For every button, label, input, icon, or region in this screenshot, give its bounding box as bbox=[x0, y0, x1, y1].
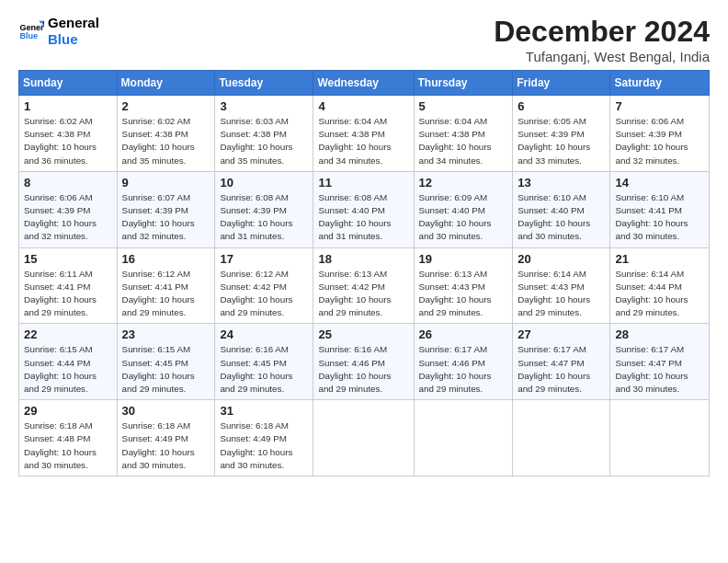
day-number: 2 bbox=[122, 99, 210, 113]
week-row-2: 8Sunrise: 6:06 AM Sunset: 4:39 PM Daylig… bbox=[19, 171, 710, 247]
day-number: 12 bbox=[419, 176, 508, 190]
day-number: 14 bbox=[615, 176, 704, 190]
day-number: 16 bbox=[122, 252, 210, 266]
week-row-5: 29Sunrise: 6:18 AM Sunset: 4:48 PM Dayli… bbox=[19, 400, 710, 477]
day-info: Sunrise: 6:02 AM Sunset: 4:38 PM Dayligh… bbox=[24, 115, 112, 167]
day-number: 27 bbox=[518, 327, 605, 341]
day-cell: 2Sunrise: 6:02 AM Sunset: 4:38 PM Daylig… bbox=[117, 96, 215, 172]
day-info: Sunrise: 6:02 AM Sunset: 4:38 PM Dayligh… bbox=[122, 115, 210, 167]
day-cell: 15Sunrise: 6:11 AM Sunset: 4:41 PM Dayli… bbox=[19, 247, 118, 324]
day-number: 5 bbox=[419, 99, 508, 113]
day-number: 19 bbox=[419, 252, 508, 266]
day-cell: 12Sunrise: 6:09 AM Sunset: 4:40 PM Dayli… bbox=[414, 171, 513, 247]
day-info: Sunrise: 6:14 AM Sunset: 4:44 PM Dayligh… bbox=[615, 268, 704, 320]
day-number: 28 bbox=[615, 327, 704, 341]
day-cell: 31Sunrise: 6:18 AM Sunset: 4:49 PM Dayli… bbox=[215, 400, 313, 477]
header-saturday: Saturday bbox=[610, 71, 710, 96]
week-row-3: 15Sunrise: 6:11 AM Sunset: 4:41 PM Dayli… bbox=[19, 247, 710, 324]
day-info: Sunrise: 6:14 AM Sunset: 4:43 PM Dayligh… bbox=[518, 268, 605, 320]
day-cell: 23Sunrise: 6:15 AM Sunset: 4:45 PM Dayli… bbox=[117, 324, 215, 400]
header-thursday: Thursday bbox=[414, 71, 513, 96]
day-cell: 6Sunrise: 6:05 AM Sunset: 4:39 PM Daylig… bbox=[513, 96, 610, 172]
logo-text-line1: General bbox=[48, 15, 99, 31]
day-info: Sunrise: 6:03 AM Sunset: 4:38 PM Dayligh… bbox=[220, 115, 308, 167]
day-cell: 3Sunrise: 6:03 AM Sunset: 4:38 PM Daylig… bbox=[215, 96, 313, 172]
day-cell: 17Sunrise: 6:12 AM Sunset: 4:42 PM Dayli… bbox=[215, 247, 313, 324]
day-number: 10 bbox=[220, 176, 308, 190]
day-cell: 18Sunrise: 6:13 AM Sunset: 4:42 PM Dayli… bbox=[313, 247, 414, 324]
day-info: Sunrise: 6:18 AM Sunset: 4:48 PM Dayligh… bbox=[24, 419, 112, 472]
day-number: 31 bbox=[220, 404, 308, 418]
day-number: 22 bbox=[24, 327, 112, 341]
day-cell bbox=[610, 400, 710, 477]
day-info: Sunrise: 6:06 AM Sunset: 4:39 PM Dayligh… bbox=[615, 115, 704, 167]
day-number: 26 bbox=[419, 327, 508, 341]
day-info: Sunrise: 6:04 AM Sunset: 4:38 PM Dayligh… bbox=[318, 115, 408, 167]
day-cell: 28Sunrise: 6:17 AM Sunset: 4:47 PM Dayli… bbox=[610, 324, 710, 400]
day-info: Sunrise: 6:11 AM Sunset: 4:41 PM Dayligh… bbox=[24, 268, 112, 320]
day-number: 3 bbox=[220, 99, 308, 113]
day-number: 24 bbox=[220, 327, 308, 341]
day-number: 9 bbox=[122, 176, 210, 190]
day-cell: 22Sunrise: 6:15 AM Sunset: 4:44 PM Dayli… bbox=[19, 324, 118, 400]
header-monday: Monday bbox=[117, 71, 215, 96]
day-number: 17 bbox=[220, 252, 308, 266]
day-info: Sunrise: 6:16 AM Sunset: 4:46 PM Dayligh… bbox=[318, 343, 408, 396]
day-cell: 26Sunrise: 6:17 AM Sunset: 4:46 PM Dayli… bbox=[414, 324, 513, 400]
day-info: Sunrise: 6:15 AM Sunset: 4:45 PM Dayligh… bbox=[122, 343, 210, 396]
week-row-4: 22Sunrise: 6:15 AM Sunset: 4:44 PM Dayli… bbox=[19, 324, 710, 400]
day-info: Sunrise: 6:05 AM Sunset: 4:39 PM Dayligh… bbox=[518, 115, 605, 167]
day-cell: 1Sunrise: 6:02 AM Sunset: 4:38 PM Daylig… bbox=[19, 96, 118, 172]
day-cell: 25Sunrise: 6:16 AM Sunset: 4:46 PM Dayli… bbox=[313, 324, 414, 400]
day-cell: 30Sunrise: 6:18 AM Sunset: 4:49 PM Dayli… bbox=[117, 400, 215, 477]
header-sunday: Sunday bbox=[19, 71, 118, 96]
day-cell: 27Sunrise: 6:17 AM Sunset: 4:47 PM Dayli… bbox=[513, 324, 610, 400]
day-info: Sunrise: 6:06 AM Sunset: 4:39 PM Dayligh… bbox=[24, 191, 112, 244]
day-number: 15 bbox=[24, 252, 112, 266]
day-cell bbox=[313, 400, 414, 477]
day-cell: 24Sunrise: 6:16 AM Sunset: 4:45 PM Dayli… bbox=[215, 324, 313, 400]
title-block: December 2024 Tufanganj, West Bengal, In… bbox=[494, 15, 710, 64]
week-row-1: 1Sunrise: 6:02 AM Sunset: 4:38 PM Daylig… bbox=[19, 96, 710, 172]
day-number: 13 bbox=[518, 176, 605, 190]
day-info: Sunrise: 6:17 AM Sunset: 4:46 PM Dayligh… bbox=[419, 343, 508, 396]
logo-icon: General Blue bbox=[18, 18, 44, 44]
day-cell: 8Sunrise: 6:06 AM Sunset: 4:39 PM Daylig… bbox=[19, 171, 118, 247]
day-number: 21 bbox=[615, 252, 704, 266]
day-number: 4 bbox=[318, 99, 408, 113]
day-cell: 11Sunrise: 6:08 AM Sunset: 4:40 PM Dayli… bbox=[313, 171, 414, 247]
day-number: 1 bbox=[24, 99, 112, 113]
day-cell: 13Sunrise: 6:10 AM Sunset: 4:40 PM Dayli… bbox=[513, 171, 610, 247]
day-info: Sunrise: 6:08 AM Sunset: 4:39 PM Dayligh… bbox=[220, 191, 308, 244]
day-number: 30 bbox=[122, 404, 210, 418]
header-tuesday: Tuesday bbox=[215, 71, 313, 96]
day-cell bbox=[513, 400, 610, 477]
day-info: Sunrise: 6:18 AM Sunset: 4:49 PM Dayligh… bbox=[220, 419, 308, 472]
header: General Blue General Blue December 2024 … bbox=[18, 15, 710, 64]
page: General Blue General Blue December 2024 … bbox=[0, 0, 728, 563]
day-info: Sunrise: 6:07 AM Sunset: 4:39 PM Dayligh… bbox=[122, 191, 210, 244]
logo-text-line2: Blue bbox=[48, 31, 99, 48]
location: Tufanganj, West Bengal, India bbox=[494, 49, 710, 64]
header-friday: Friday bbox=[513, 71, 610, 96]
day-cell: 16Sunrise: 6:12 AM Sunset: 4:41 PM Dayli… bbox=[117, 247, 215, 324]
day-cell: 21Sunrise: 6:14 AM Sunset: 4:44 PM Dayli… bbox=[610, 247, 710, 324]
day-info: Sunrise: 6:18 AM Sunset: 4:49 PM Dayligh… bbox=[122, 419, 210, 472]
day-info: Sunrise: 6:04 AM Sunset: 4:38 PM Dayligh… bbox=[419, 115, 508, 167]
day-number: 8 bbox=[24, 176, 112, 190]
calendar-table: Sunday Monday Tuesday Wednesday Thursday… bbox=[18, 70, 710, 477]
day-cell: 29Sunrise: 6:18 AM Sunset: 4:48 PM Dayli… bbox=[19, 400, 118, 477]
day-cell: 20Sunrise: 6:14 AM Sunset: 4:43 PM Dayli… bbox=[513, 247, 610, 324]
day-cell bbox=[414, 400, 513, 477]
day-info: Sunrise: 6:09 AM Sunset: 4:40 PM Dayligh… bbox=[419, 191, 508, 244]
svg-text:General: General bbox=[19, 23, 44, 32]
day-number: 25 bbox=[318, 327, 408, 341]
month-title: December 2024 bbox=[494, 15, 710, 49]
logo: General Blue General Blue bbox=[18, 15, 99, 48]
day-number: 29 bbox=[24, 404, 112, 418]
day-info: Sunrise: 6:13 AM Sunset: 4:42 PM Dayligh… bbox=[318, 268, 408, 320]
day-cell: 19Sunrise: 6:13 AM Sunset: 4:43 PM Dayli… bbox=[414, 247, 513, 324]
day-cell: 7Sunrise: 6:06 AM Sunset: 4:39 PM Daylig… bbox=[610, 96, 710, 172]
day-cell: 10Sunrise: 6:08 AM Sunset: 4:39 PM Dayli… bbox=[215, 171, 313, 247]
day-info: Sunrise: 6:12 AM Sunset: 4:41 PM Dayligh… bbox=[122, 268, 210, 320]
